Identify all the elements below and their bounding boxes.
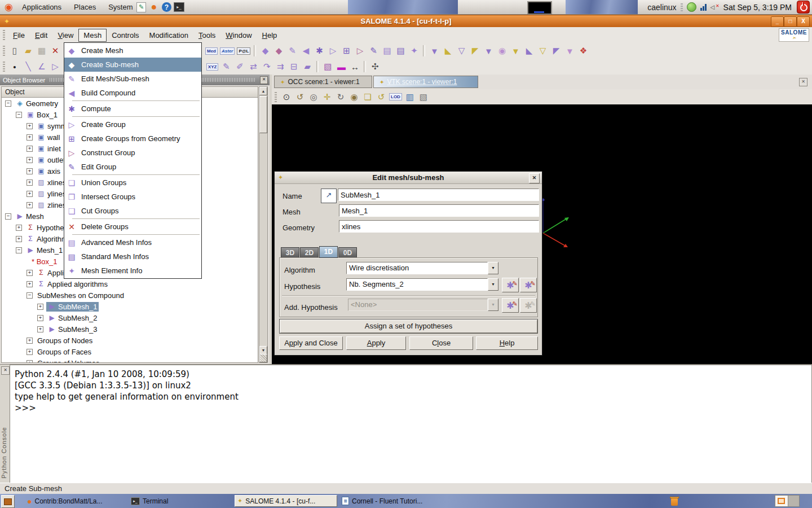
tree-expander-icon[interactable]: + [27,349,33,355]
applet-grip[interactable] [681,3,683,11]
menu-item-standard-mesh-infos[interactable]: ▤Standard Mesh Infos [64,249,201,264]
menubar-item-view[interactable]: View [52,29,78,42]
tree-item-applied-algorithms[interactable]: +ΣApplied algorithms [2,278,258,290]
menu-mesh-open[interactable]: Mesh [78,29,107,42]
compute-icon[interactable]: ✱ [313,45,325,57]
scaling-icon[interactable]: ▥ [404,91,416,103]
menubar-item-edit[interactable]: Edit [30,29,52,42]
menubar-item-tools[interactable]: Tools [193,29,220,42]
scale-icon[interactable]: ↔ [348,60,361,73]
tree-item-content[interactable]: Groups of Volumes [36,358,102,364]
hypothesis-combobox[interactable]: Nb. Segments_2 ▼ [346,278,498,291]
tree-item-content[interactable]: ▨zlines [36,200,68,210]
max-angle-control-icon[interactable]: ▼ [563,45,576,57]
selection-picker-button[interactable]: ↗ [321,189,337,203]
dock-close-icon[interactable]: ✕ [1,366,10,375]
create-add-hypothesis-button[interactable]: ✱✎ [502,298,519,313]
construct-group-icon[interactable]: ▷ [354,45,366,57]
tab-3d[interactable]: 3D [281,247,299,258]
chevron-down-icon[interactable]: ▼ [488,262,498,274]
tab-0d[interactable]: 0D [338,247,357,258]
tree-item-content[interactable]: ◈Geometry [14,99,60,108]
save-document-icon[interactable]: ▦ [36,45,48,57]
groups-from-geometry-icon[interactable]: ⊞ [340,45,352,57]
menu-item-edit-mesh-sub-mesh[interactable]: ✎Edit Mesh/Sub-mesh [64,72,201,86]
tree-item-content[interactable]: ▣axis [36,167,62,176]
tree-expander-icon[interactable]: − [5,100,11,107]
apply-button[interactable]: Apply [346,336,406,350]
toolbar-grip[interactable] [3,46,5,56]
create-hypothesis-button[interactable]: ✱✎ [502,278,519,292]
translation-icon[interactable]: ⇉ [274,60,286,73]
text-editor-icon[interactable]: ✎ [136,2,146,12]
show-desktop-button[interactable] [1,495,15,508]
dock-close-icon[interactable]: ✕ [260,76,268,84]
merge-nodes-icon[interactable]: ⊟ [288,60,300,73]
workspace-1[interactable] [775,495,788,507]
free-edges-control-icon[interactable]: ▽ [455,45,467,57]
viewer-tab-occ-scene-1-viewer-1[interactable]: ✦OCC scene:1 - viewer:1 [274,76,372,88]
tree-expander-icon[interactable]: − [27,292,33,299]
edit-mesh-icon[interactable]: ✎ [286,45,298,57]
mesh-element-info-icon[interactable]: ✦ [408,45,420,57]
volume-muted-icon[interactable]: ◁✕ [710,3,718,11]
toolbar-grip[interactable] [275,92,277,102]
length-2d-control-icon[interactable]: ▼ [482,45,495,57]
taskbar-item-salome-4-1-4-cu-f[interactable]: ✦SALOME 4.1.4 - [cu-f... [235,495,337,507]
tree-item-submeshes-on-compound[interactable]: −SubMeshes on Compound [2,290,258,301]
scrollbar-sizer[interactable] [259,354,267,362]
tree-expander-icon[interactable]: + [27,270,33,276]
menu-item-compute[interactable]: ✱Compute [64,102,201,116]
menu-item-delete-groups[interactable]: ✕Delete Groups [64,220,201,234]
tree-expander-icon[interactable]: − [5,213,11,220]
menubar-item-window[interactable]: Window [220,29,257,42]
rotation-icon[interactable]: ↻ [334,91,347,103]
tree-expander-icon[interactable]: + [27,134,33,141]
menu-item-mesh-element-info[interactable]: ✦Mesh Element Info [64,264,201,278]
panel-menu-system[interactable]: System [102,0,139,14]
tree-expander-icon[interactable]: + [16,225,22,231]
reset-view-icon[interactable]: ↺ [375,91,387,103]
menu-item-intersect-groups[interactable]: ❐Intersect Groups [64,190,201,204]
dialog-close-button[interactable]: ✕ [529,173,540,183]
tree-item-submesh-2[interactable]: +▶SubMesh_2 [2,312,258,323]
window-titlebar[interactable]: ✦ SALOME 4.1.4 - [cu-f-t-l-p] _ □ X [0,15,812,28]
clock[interactable]: Sat Sep 5, 3:19 PM [722,3,793,12]
free-borders-control-icon[interactable]: ▼ [428,45,440,57]
tree-item-content[interactable]: SubMeshes on Compound [36,291,126,300]
convert-to-quadratic-icon[interactable]: ▧ [321,60,334,73]
geometry-input[interactable] [339,220,539,233]
warping-control-icon[interactable]: ◣ [523,45,535,57]
menubar-grip[interactable] [3,30,5,40]
standard-mesh-infos-icon[interactable]: ▤ [394,45,407,57]
tree-item-content[interactable]: Groups of Faces [36,347,93,357]
scrollbar-thumb[interactable] [259,96,267,133]
smoothing-icon[interactable]: ✎ [220,60,232,73]
tree-expander-icon[interactable]: + [27,281,33,287]
tree-item-submesh-1[interactable]: +▶SubMesh_1 [2,301,258,312]
open-document-icon[interactable]: ▰ [22,45,34,57]
free-nodes-control-icon[interactable]: ◤ [469,45,481,57]
change-rotation-point-icon[interactable]: ◉ [348,91,360,103]
scroll-down-icon[interactable]: ▼ [259,346,267,354]
graduated-axes-icon[interactable]: ▧ [417,91,430,103]
tab-1d[interactable]: 1D [319,246,338,258]
rotation-transform-icon[interactable]: ↷ [261,60,273,73]
menu-item-union-groups[interactable]: ❏Union Groups [64,176,201,190]
face-icon[interactable]: ▷ [49,60,61,73]
menu-item-cut-groups[interactable]: ❑Cut Groups [64,204,201,218]
scalar-bar-icon[interactable]: ❖ [577,45,589,57]
apply-and-close-button[interactable]: Apply and Close [279,336,343,350]
terminal-icon[interactable]: ▸_ [174,2,184,12]
tree-expander-icon[interactable]: + [27,123,33,129]
tree-expander-icon[interactable]: + [27,338,33,344]
menubar-item-help[interactable]: Help [257,29,283,42]
panning-icon[interactable]: ✛ [321,91,333,103]
advanced-mesh-infos-icon[interactable]: ▤ [381,45,393,57]
aspect-ratio-control-icon[interactable]: ▼ [509,45,522,57]
tree-item-content[interactable]: ▶Mesh_1 [25,246,64,255]
update-icon[interactable]: ✣ [369,60,381,73]
tree-item-groups-of-nodes[interactable]: +Groups of Nodes [2,335,258,346]
zoom-icon[interactable]: ◎ [307,91,320,103]
create-submesh-icon[interactable]: ◆ [272,45,285,57]
